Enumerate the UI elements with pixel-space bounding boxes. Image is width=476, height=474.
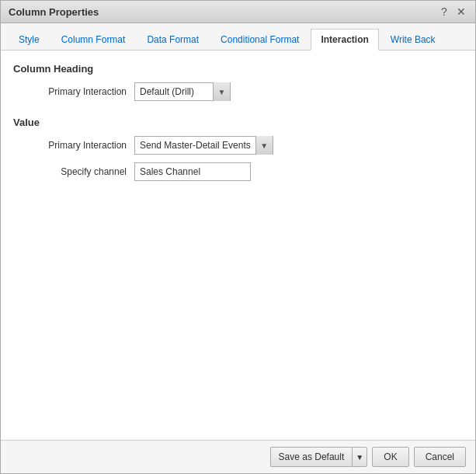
column-heading-primary-interaction-label: Primary Interaction (26, 86, 127, 97)
specify-channel-row: Specify channel (26, 162, 463, 181)
value-primary-interaction-select[interactable]: Send Master-Detail Events ▼ (134, 136, 273, 155)
value-section: Value Primary Interaction Send Master-De… (13, 117, 463, 181)
value-section-title: Value (13, 117, 463, 128)
dialog-content: Column Heading Primary Interaction Defau… (1, 51, 475, 440)
tab-interaction[interactable]: Interaction (311, 29, 378, 51)
close-icon[interactable]: ✕ (455, 5, 467, 18)
save-as-default-wrapper: Save as Default ▼ (270, 447, 368, 467)
save-as-default-button[interactable]: Save as Default (270, 447, 353, 467)
value-select-arrow[interactable]: ▼ (255, 136, 273, 155)
specify-channel-label: Specify channel (26, 166, 127, 177)
tab-conditional-format[interactable]: Conditional Format (210, 29, 309, 51)
column-properties-dialog: Column Properties ? ✕ Style Column Forma… (0, 0, 476, 474)
tab-style[interactable]: Style (9, 29, 50, 51)
column-heading-section: Column Heading Primary Interaction Defau… (13, 63, 463, 101)
ok-button[interactable]: OK (372, 447, 408, 467)
dialog-footer: Save as Default ▼ OK Cancel (1, 440, 475, 473)
value-primary-interaction-value: Send Master-Detail Events (135, 138, 255, 152)
tab-write-back[interactable]: Write Back (380, 29, 446, 51)
value-primary-interaction-row: Primary Interaction Send Master-Detail E… (26, 136, 463, 155)
column-heading-primary-interaction-value: Default (Drill) (135, 85, 213, 99)
value-primary-interaction-label: Primary Interaction (26, 140, 127, 151)
column-heading-primary-interaction-select[interactable]: Default (Drill) ▼ (134, 82, 231, 101)
save-as-default-arrow[interactable]: ▼ (352, 447, 367, 467)
column-heading-primary-interaction-row: Primary Interaction Default (Drill) ▼ (26, 82, 463, 101)
specify-channel-input[interactable] (134, 162, 251, 181)
titlebar-icons: ? ✕ (438, 5, 467, 18)
tab-column-format[interactable]: Column Format (51, 29, 136, 51)
dialog-title: Column Properties (9, 6, 99, 18)
column-heading-title: Column Heading (13, 63, 463, 75)
tabs-bar: Style Column Format Data Format Conditio… (1, 23, 475, 51)
tab-data-format[interactable]: Data Format (137, 29, 209, 51)
cancel-button[interactable]: Cancel (414, 447, 466, 467)
column-heading-select-arrow[interactable]: ▼ (213, 82, 230, 101)
titlebar: Column Properties ? ✕ (1, 1, 475, 23)
help-icon[interactable]: ? (438, 5, 450, 18)
